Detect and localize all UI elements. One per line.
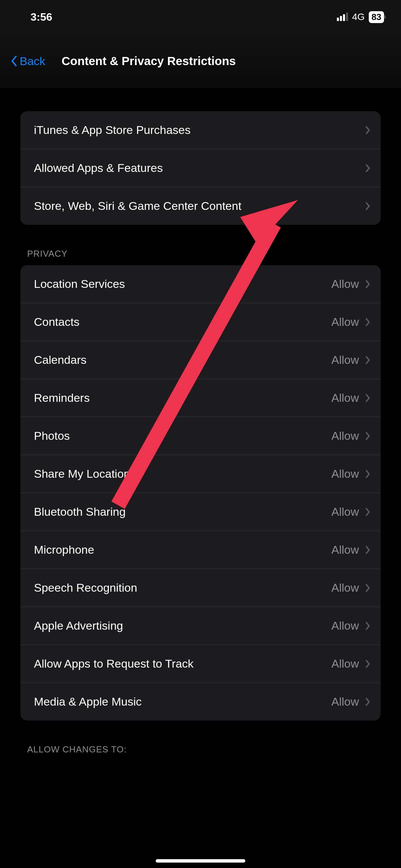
chevron-right-icon [365, 545, 370, 555]
item-value: Allow [331, 505, 359, 518]
page-title: Content & Privacy Restrictions [62, 54, 236, 68]
item-value: Allow [331, 695, 359, 708]
item-label: Allowed Apps & Features [34, 161, 163, 175]
content-restrictions-section: iTunes & App Store Purchases Allowed App… [20, 111, 381, 225]
media-apple-music-item[interactable]: Media & Apple Music Allow [20, 683, 381, 721]
content-restrictions-group: iTunes & App Store Purchases Allowed App… [20, 111, 381, 225]
chevron-right-icon [365, 279, 370, 289]
contacts-item[interactable]: Contacts Allow [20, 303, 381, 341]
item-value: Allow [331, 619, 359, 632]
item-value: Allow [331, 353, 359, 367]
item-label: Location Services [34, 277, 125, 291]
item-label: Media & Apple Music [34, 695, 142, 708]
item-label: Photos [34, 429, 70, 442]
item-value: Allow [331, 657, 359, 670]
itunes-app-store-item[interactable]: iTunes & App Store Purchases [20, 111, 381, 149]
status-time: 3:56 [31, 11, 52, 23]
privacy-group: Location Services Allow Contacts Allow C… [20, 265, 381, 721]
nav-header: Back Content & Privacy Restrictions [0, 34, 401, 88]
status-bar: 3:56 4G 83 [0, 0, 401, 34]
item-label: Share My Location [34, 467, 130, 480]
chevron-right-icon [365, 507, 370, 517]
item-value: Allow [331, 543, 359, 556]
item-label: Bluetooth Sharing [34, 505, 126, 518]
item-label: Microphone [34, 543, 94, 556]
chevron-right-icon [365, 431, 370, 441]
item-label: iTunes & App Store Purchases [34, 123, 191, 137]
chevron-back-icon [10, 55, 18, 67]
allow-changes-header: ALLOW CHANGES TO: [20, 744, 381, 761]
allow-apps-track-item[interactable]: Allow Apps to Request to Track Allow [20, 645, 381, 683]
back-button[interactable]: Back [10, 55, 45, 68]
chevron-right-icon [365, 201, 370, 211]
chevron-right-icon [365, 469, 370, 479]
item-value: Allow [331, 581, 359, 594]
item-value: Allow [331, 429, 359, 442]
chevron-right-icon [365, 163, 370, 173]
content-area: iTunes & App Store Purchases Allowed App… [0, 88, 401, 761]
item-value: Allow [331, 391, 359, 405]
back-label: Back [20, 55, 45, 68]
item-value: Allow [331, 277, 359, 291]
speech-recognition-item[interactable]: Speech Recognition Allow [20, 569, 381, 607]
item-label: Apple Advertising [34, 619, 123, 632]
microphone-item[interactable]: Microphone Allow [20, 531, 381, 569]
chevron-right-icon [365, 697, 370, 707]
chevron-right-icon [365, 317, 370, 327]
item-value: Allow [331, 315, 359, 329]
network-label: 4G [352, 12, 365, 22]
privacy-section: PRIVACY Location Services Allow Contacts… [20, 249, 381, 721]
bluetooth-sharing-item[interactable]: Bluetooth Sharing Allow [20, 493, 381, 531]
item-label: Speech Recognition [34, 581, 137, 594]
calendars-item[interactable]: Calendars Allow [20, 341, 381, 379]
status-indicators: 4G 83 [337, 11, 384, 23]
item-value: Allow [331, 467, 359, 480]
chevron-right-icon [365, 393, 370, 403]
chevron-right-icon [365, 355, 370, 365]
photos-item[interactable]: Photos Allow [20, 417, 381, 455]
item-label: Reminders [34, 391, 90, 405]
battery-indicator: 83 [369, 11, 384, 23]
reminders-item[interactable]: Reminders Allow [20, 379, 381, 417]
allowed-apps-item[interactable]: Allowed Apps & Features [20, 149, 381, 187]
privacy-header: PRIVACY [20, 249, 381, 265]
home-indicator[interactable] [156, 859, 245, 863]
item-label: Allow Apps to Request to Track [34, 657, 194, 670]
item-label: Contacts [34, 315, 79, 329]
store-web-siri-item[interactable]: Store, Web, Siri & Game Center Content [20, 187, 381, 225]
item-label: Store, Web, Siri & Game Center Content [34, 199, 242, 213]
share-my-location-item[interactable]: Share My Location Allow [20, 455, 381, 493]
chevron-right-icon [365, 583, 370, 593]
item-label: Calendars [34, 353, 87, 367]
apple-advertising-item[interactable]: Apple Advertising Allow [20, 607, 381, 645]
signal-icon [337, 13, 348, 21]
location-services-item[interactable]: Location Services Allow [20, 265, 381, 303]
chevron-right-icon [365, 125, 370, 135]
allow-changes-section: ALLOW CHANGES TO: [20, 744, 381, 761]
chevron-right-icon [365, 621, 370, 631]
chevron-right-icon [365, 659, 370, 669]
